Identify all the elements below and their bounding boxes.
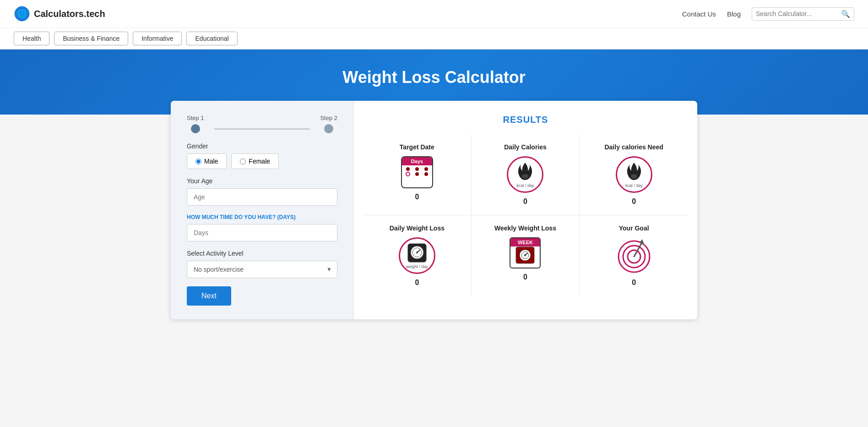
female-radio[interactable] [240,159,246,164]
male-option[interactable]: Male [187,153,227,169]
next-button[interactable]: Next [187,286,231,306]
kcal-label-2: kcal / day [625,183,643,188]
logo-text: Calculators.tech [34,9,105,19]
contact-us-link[interactable]: Contact Us [682,10,716,18]
age-label: Your Age [187,177,337,185]
blog-link[interactable]: Blog [727,10,741,18]
svg-point-8 [416,252,418,253]
activity-section: Select Activity Level No sport/exercise … [187,250,337,278]
activity-select[interactable]: No sport/exercise Light exercise (1-3 da… [187,261,337,278]
flame-svg [516,162,534,182]
gender-radio-group: Male Female [187,153,337,169]
weekly-weight-loss-label: Weekly Weight Loss [494,224,556,232]
header: 🌐 Calculators.tech Contact Us Blog 🔍 [0,0,868,28]
female-option[interactable]: Female [231,153,279,169]
target-icon [616,237,652,274]
svg-point-3 [631,174,637,179]
weight-label: weight / day [406,264,428,269]
svg-line-17 [634,242,642,257]
nav-health[interactable]: Health [14,32,49,45]
target-date-label: Target Date [400,143,434,151]
step-2-dot [324,124,333,133]
nav-bar: Health Business & Finance Informative Ed… [0,28,868,49]
step-1-label: Step 1 [187,115,204,121]
search-input[interactable] [756,10,838,17]
result-weekly-weight-loss: Weekly Weight Loss WEEK 0 [472,215,580,296]
svg-point-13 [524,254,526,256]
kcal-label-1: kcal / day [516,183,534,188]
logo[interactable]: 🌐 Calculators.tech [14,5,105,22]
calendar-icon: Days [401,156,433,188]
step-2-item: Step 2 [320,115,337,133]
age-section: Your Age [187,177,337,206]
daily-calories-value: 0 [523,197,527,206]
daily-weight-loss-icon: weight / day [399,237,435,274]
target-date-value: 0 [415,193,419,201]
activity-select-wrapper: No sport/exercise Light exercise (1-3 da… [187,261,337,278]
results-title: RESULTS [363,115,688,125]
result-target-date: Target Date Days 0 [363,134,472,215]
logo-icon: 🌐 [14,5,30,22]
days-section: HOW MUCH TIME DO YOU HAVE? (days) [187,214,337,241]
right-panel: RESULTS Target Date Days 0 [354,101,697,319]
gender-label: Gender [187,142,337,150]
search-box: 🔍 [752,7,854,21]
steps-indicator: Step 1 Step 2 [187,115,337,133]
week-scale-svg [515,246,535,264]
female-label: Female [249,158,270,165]
page-title: Weight Loss Calculator [9,68,859,87]
result-daily-calories-need: Daily calories Need kcal / day 0 [580,134,688,215]
gender-section: Gender Male Female [187,142,337,169]
your-goal-label: Your Goal [619,224,649,232]
daily-calories-icon: kcal / day [507,156,543,193]
male-radio[interactable] [195,159,201,164]
results-grid: Target Date Days 0 Daily Calories [363,134,688,296]
step-1-dot [191,124,200,133]
daily-calories-need-icon: kcal / day [616,156,652,193]
daily-calories-need-label: Daily calories Need [604,143,663,151]
svg-text:🌐: 🌐 [17,9,27,19]
daily-calories-need-value: 0 [632,197,636,206]
svg-point-2 [522,174,528,179]
step-1-item: Step 1 [187,115,204,133]
scale-svg [407,242,428,263]
steps-line [214,128,310,130]
step-2-label: Step 2 [320,115,337,121]
male-label: Male [204,158,218,165]
header-right: Contact Us Blog 🔍 [682,7,854,21]
days-label: HOW MUCH TIME DO YOU HAVE? (days) [187,214,337,220]
daily-weight-loss-label: Daily Weight Loss [390,224,445,232]
nav-informative[interactable]: Informative [133,32,182,45]
left-panel: Step 1 Step 2 Gender Male Female [171,101,354,319]
activity-label: Select Activity Level [187,250,337,257]
nav-business-finance[interactable]: Business & Finance [54,32,128,45]
result-your-goal: Your Goal 0 [580,215,688,296]
result-daily-calories: Daily Calories kcal / day 0 [472,134,580,215]
search-button[interactable]: 🔍 [841,10,850,18]
nav-educational[interactable]: Educational [186,32,237,45]
age-input[interactable] [187,188,337,206]
week-calendar-icon: WEEK [510,237,541,268]
days-input[interactable] [187,224,337,241]
result-daily-weight-loss: Daily Weight Loss weight / day 0 [363,215,472,296]
weekly-weight-loss-value: 0 [523,273,527,281]
flame-svg-2 [625,162,643,182]
target-svg [616,237,652,274]
daily-calories-label: Daily Calories [504,143,547,151]
daily-weight-loss-value: 0 [415,279,419,287]
your-goal-value: 0 [632,279,636,287]
main-content: Step 1 Step 2 Gender Male Female [171,101,697,319]
